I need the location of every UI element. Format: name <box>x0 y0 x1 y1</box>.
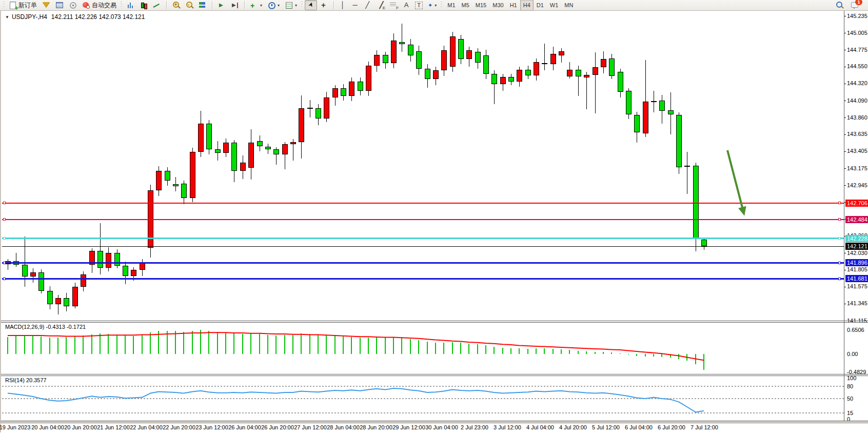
tile-windows-button[interactable] <box>196 0 209 10</box>
market-watch-button[interactable] <box>40 0 52 10</box>
candle <box>626 91 632 114</box>
time-axis-label: 22 Jun 20:00 <box>163 424 195 430</box>
candle <box>601 59 606 67</box>
line-handle[interactable] <box>838 262 841 264</box>
line-handle[interactable] <box>838 278 841 280</box>
price-line-label: 141.681 <box>845 275 868 282</box>
signals-button[interactable] <box>67 0 79 10</box>
timeframe-button-m5[interactable]: M5 <box>459 0 472 11</box>
rsi-axis-label: 0 <box>847 416 850 422</box>
horizontal-line-tool-button[interactable]: ─ <box>349 0 361 10</box>
candle <box>701 240 707 246</box>
rsi-pane[interactable]: RSI(14) 20.3577 <box>2 376 844 421</box>
auto-scroll-button[interactable]: ▶ <box>215 0 228 10</box>
horizontal-line-object[interactable] <box>2 262 844 264</box>
chart-title[interactable]: ▼USDJPY-,H4142.211 142.226 142.073 142.1… <box>5 13 145 21</box>
trendline-tool-button[interactable]: ╱ <box>362 0 373 10</box>
time-axis-label: 3 Jul 12:00 <box>494 424 521 430</box>
candle <box>366 66 371 91</box>
candlestick-chart-button[interactable] <box>137 0 150 10</box>
bar-chart-button[interactable] <box>124 0 136 10</box>
line-handle[interactable] <box>3 237 6 240</box>
line-handle[interactable] <box>838 202 841 204</box>
mt4-terminal-window: 新订单 自动交易 + - ▶ ▶ +▾ ▾ ▾ ➤ + │ ─ ╱ ╱╱E F … <box>0 0 868 434</box>
timeframe-button-w1[interactable]: W1 <box>547 0 562 11</box>
toolbar-grip <box>121 2 122 9</box>
candle <box>374 55 380 66</box>
candle <box>47 291 53 304</box>
zoom-out-button[interactable]: - <box>183 0 195 10</box>
time-axis-label: 28 Jun 04:00 <box>327 424 360 430</box>
candle <box>30 272 36 277</box>
horizontal-line-object[interactable] <box>2 219 844 220</box>
candle <box>215 149 221 153</box>
pane-separator[interactable] <box>1 374 868 374</box>
rsi-axis-label: 50 <box>847 396 853 402</box>
symbol-period-label: USDJPY-,H4 <box>12 13 47 21</box>
candle <box>349 82 354 96</box>
candle <box>576 70 581 76</box>
line-handle[interactable] <box>3 202 6 204</box>
candle <box>223 143 229 153</box>
candle <box>315 108 321 119</box>
line-handle[interactable] <box>3 218 6 221</box>
price-line-label: 142.228 <box>845 235 868 242</box>
cursor-tool-button[interactable]: ➤ <box>305 0 317 10</box>
periods-button[interactable]: ▾ <box>265 0 282 10</box>
candle <box>609 58 615 76</box>
horizontal-line-object[interactable] <box>2 238 844 239</box>
line-handle[interactable] <box>838 237 841 240</box>
candle-doji <box>307 108 313 109</box>
candle <box>290 142 296 144</box>
search-button[interactable] <box>833 0 845 10</box>
timeframe-button-mn[interactable]: MN <box>561 0 576 11</box>
timeframe-button-h4[interactable]: H4 <box>520 0 534 11</box>
macd-pane[interactable]: MACD(12,26,9) -0.4313 -0.1721 <box>2 323 844 374</box>
label-tool-button[interactable]: T <box>413 0 425 10</box>
time-axis-label: 20 Jun 04:00 <box>31 424 64 430</box>
templates-button[interactable]: ▾ <box>283 0 299 10</box>
candle <box>567 70 573 76</box>
toolbar-separator <box>212 1 212 9</box>
price-chart-pane[interactable] <box>2 11 844 321</box>
candle <box>534 62 539 75</box>
time-axis-label: 5 Jul 12:00 <box>592 424 620 430</box>
line-chart-button[interactable] <box>151 0 163 10</box>
pane-separator[interactable] <box>1 322 868 323</box>
channel-tool-button[interactable]: ╱╱E <box>374 0 386 10</box>
candle <box>408 45 413 56</box>
timeframe-button-h1[interactable]: H1 <box>507 0 520 11</box>
fibonacci-tool-button[interactable]: F <box>387 0 400 10</box>
price-tick-label: 142.945 <box>847 182 867 189</box>
cursor-icon: ➤ <box>307 1 315 9</box>
notifications-button[interactable]: 1 <box>849 0 861 10</box>
line-handle[interactable] <box>838 218 841 221</box>
candle-wick <box>402 24 402 52</box>
zoom-in-button[interactable]: + <box>170 0 182 10</box>
candle <box>206 124 212 150</box>
indicators-button[interactable]: +▾ <box>248 0 264 10</box>
terminal-window-button[interactable] <box>53 0 66 10</box>
text-tool-button[interactable]: A <box>401 0 412 10</box>
new-order-button[interactable]: 新订单 <box>7 0 39 10</box>
vertical-line-tool-button[interactable]: │ <box>337 0 348 10</box>
timeframe-button-m15[interactable]: M15 <box>472 0 489 11</box>
chart-shift-button[interactable]: ▶ <box>229 0 241 10</box>
timeframe-button-m30[interactable]: M30 <box>489 0 506 11</box>
text-label-icon: T <box>415 2 423 9</box>
time-axis-label: 7 Jul 12:00 <box>691 424 718 430</box>
autotrading-label: 自动交易 <box>92 1 116 10</box>
horizontal-line-object[interactable] <box>2 203 844 204</box>
chevron-down-icon: ▾ <box>260 3 262 8</box>
timeframe-button-d1[interactable]: D1 <box>534 0 547 11</box>
arrows-tool-button[interactable]: ✦▾ <box>426 0 439 10</box>
crosshair-tool-button[interactable]: + <box>318 0 330 10</box>
line-handle[interactable] <box>3 278 6 280</box>
pane-separator[interactable] <box>1 321 868 321</box>
autotrading-button[interactable]: 自动交易 <box>80 0 119 10</box>
candle <box>55 298 61 304</box>
horizontal-line-object[interactable] <box>2 278 844 280</box>
timeframe-button-m1[interactable]: M1 <box>444 0 458 11</box>
line-handle[interactable] <box>3 262 6 264</box>
pane-separator[interactable] <box>1 376 868 376</box>
